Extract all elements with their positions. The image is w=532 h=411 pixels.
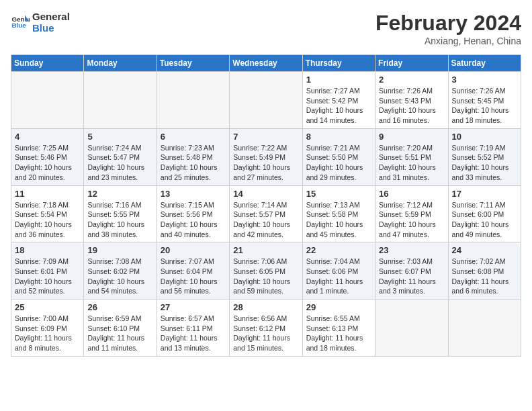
day-info: Sunrise: 7:06 AM Sunset: 6:05 PM Dayligh… xyxy=(233,257,298,296)
weekday-header-saturday: Saturday xyxy=(448,55,521,72)
day-info: Sunrise: 7:24 AM Sunset: 5:47 PM Dayligh… xyxy=(87,143,152,183)
calendar-cell: 21Sunrise: 7:06 AM Sunset: 6:05 PM Dayli… xyxy=(230,242,302,300)
title-area: February 2024 Anxiang, Henan, China xyxy=(375,11,521,46)
day-info: Sunrise: 7:03 AM Sunset: 6:07 PM Dayligh… xyxy=(379,257,444,296)
day-number: 4 xyxy=(15,132,80,142)
calendar-cell: 8Sunrise: 7:21 AM Sunset: 5:50 PM Daylig… xyxy=(302,128,375,185)
calendar-cell: 18Sunrise: 7:09 AM Sunset: 6:01 PM Dayli… xyxy=(11,242,84,300)
day-number: 25 xyxy=(15,302,80,312)
day-info: Sunrise: 7:00 AM Sunset: 6:09 PM Dayligh… xyxy=(15,314,80,353)
day-number: 22 xyxy=(306,245,371,255)
weekday-header-sunday: Sunday xyxy=(11,55,84,72)
calendar-cell xyxy=(375,300,448,357)
day-info: Sunrise: 7:07 AM Sunset: 6:04 PM Dayligh… xyxy=(161,257,226,296)
day-number: 21 xyxy=(233,245,298,255)
calendar-cell: 11Sunrise: 7:18 AM Sunset: 5:54 PM Dayli… xyxy=(11,185,84,242)
logo-icon: General Blue xyxy=(11,13,30,32)
day-info: Sunrise: 7:26 AM Sunset: 5:45 PM Dayligh… xyxy=(452,86,517,126)
day-number: 26 xyxy=(87,302,152,312)
weekday-header-wednesday: Wednesday xyxy=(230,55,302,72)
day-info: Sunrise: 7:11 AM Sunset: 6:00 PM Dayligh… xyxy=(452,200,517,240)
day-number: 6 xyxy=(161,132,226,142)
month-title: February 2024 xyxy=(375,11,521,36)
calendar-cell: 25Sunrise: 7:00 AM Sunset: 6:09 PM Dayli… xyxy=(11,300,84,357)
calendar-cell: 26Sunrise: 6:59 AM Sunset: 6:10 PM Dayli… xyxy=(84,300,157,357)
calendar-cell: 24Sunrise: 7:02 AM Sunset: 6:08 PM Dayli… xyxy=(448,242,521,300)
day-number: 19 xyxy=(87,245,152,255)
day-number: 27 xyxy=(161,302,226,312)
day-number: 10 xyxy=(452,132,517,142)
weekday-header-thursday: Thursday xyxy=(302,55,375,72)
day-info: Sunrise: 7:19 AM Sunset: 5:52 PM Dayligh… xyxy=(452,143,517,183)
day-info: Sunrise: 6:59 AM Sunset: 6:10 PM Dayligh… xyxy=(87,314,152,353)
day-info: Sunrise: 7:23 AM Sunset: 5:48 PM Dayligh… xyxy=(161,143,226,183)
calendar-cell: 7Sunrise: 7:22 AM Sunset: 5:49 PM Daylig… xyxy=(230,128,302,185)
day-number: 2 xyxy=(379,75,444,85)
day-info: Sunrise: 7:08 AM Sunset: 6:02 PM Dayligh… xyxy=(87,257,152,296)
day-info: Sunrise: 7:21 AM Sunset: 5:50 PM Dayligh… xyxy=(306,143,371,183)
day-info: Sunrise: 7:04 AM Sunset: 6:06 PM Dayligh… xyxy=(306,257,371,296)
calendar-cell: 20Sunrise: 7:07 AM Sunset: 6:04 PM Dayli… xyxy=(157,242,229,300)
subtitle: Anxiang, Henan, China xyxy=(375,36,521,46)
day-info: Sunrise: 6:57 AM Sunset: 6:11 PM Dayligh… xyxy=(161,314,226,353)
calendar-cell: 6Sunrise: 7:23 AM Sunset: 5:48 PM Daylig… xyxy=(157,128,229,185)
calendar-cell: 28Sunrise: 6:56 AM Sunset: 6:12 PM Dayli… xyxy=(230,300,302,357)
day-number: 14 xyxy=(233,189,298,199)
calendar-cell: 13Sunrise: 7:15 AM Sunset: 5:56 PM Dayli… xyxy=(157,185,229,242)
calendar-cell xyxy=(448,300,521,357)
calendar-cell: 10Sunrise: 7:19 AM Sunset: 5:52 PM Dayli… xyxy=(448,128,521,185)
calendar-cell: 15Sunrise: 7:13 AM Sunset: 5:58 PM Dayli… xyxy=(302,185,375,242)
day-number: 11 xyxy=(15,189,80,199)
day-info: Sunrise: 7:16 AM Sunset: 5:55 PM Dayligh… xyxy=(87,200,152,240)
logo-line1: General xyxy=(32,11,70,22)
calendar-week-row: 1Sunrise: 7:27 AM Sunset: 5:42 PM Daylig… xyxy=(11,72,521,129)
weekday-header-tuesday: Tuesday xyxy=(157,55,229,72)
logo: General Blue General Blue xyxy=(11,11,70,34)
calendar-cell: 2Sunrise: 7:26 AM Sunset: 5:43 PM Daylig… xyxy=(375,72,448,129)
day-number: 18 xyxy=(15,245,80,255)
day-number: 9 xyxy=(379,132,444,142)
day-number: 15 xyxy=(306,189,371,199)
weekday-header-monday: Monday xyxy=(84,55,157,72)
day-info: Sunrise: 7:15 AM Sunset: 5:56 PM Dayligh… xyxy=(161,200,226,240)
calendar-cell xyxy=(157,72,229,129)
day-info: Sunrise: 7:02 AM Sunset: 6:08 PM Dayligh… xyxy=(452,257,517,296)
day-number: 5 xyxy=(87,132,152,142)
day-info: Sunrise: 7:22 AM Sunset: 5:49 PM Dayligh… xyxy=(233,143,298,183)
calendar-cell: 17Sunrise: 7:11 AM Sunset: 6:00 PM Dayli… xyxy=(448,185,521,242)
calendar-week-row: 11Sunrise: 7:18 AM Sunset: 5:54 PM Dayli… xyxy=(11,185,521,242)
calendar-cell xyxy=(11,72,84,129)
day-info: Sunrise: 7:14 AM Sunset: 5:57 PM Dayligh… xyxy=(233,200,298,240)
day-info: Sunrise: 7:18 AM Sunset: 5:54 PM Dayligh… xyxy=(15,200,80,240)
calendar-week-row: 4Sunrise: 7:25 AM Sunset: 5:46 PM Daylig… xyxy=(11,128,521,185)
day-info: Sunrise: 6:55 AM Sunset: 6:13 PM Dayligh… xyxy=(306,314,371,353)
day-info: Sunrise: 7:12 AM Sunset: 5:59 PM Dayligh… xyxy=(379,200,444,240)
calendar-cell: 19Sunrise: 7:08 AM Sunset: 6:02 PM Dayli… xyxy=(84,242,157,300)
day-number: 23 xyxy=(379,245,444,255)
logo-line2: Blue xyxy=(32,22,70,34)
calendar-table: SundayMondayTuesdayWednesdayThursdayFrid… xyxy=(11,54,521,357)
day-info: Sunrise: 7:20 AM Sunset: 5:51 PM Dayligh… xyxy=(379,143,444,183)
day-number: 8 xyxy=(306,132,371,142)
calendar-cell: 4Sunrise: 7:25 AM Sunset: 5:46 PM Daylig… xyxy=(11,128,84,185)
day-number: 3 xyxy=(452,75,517,85)
day-info: Sunrise: 7:13 AM Sunset: 5:58 PM Dayligh… xyxy=(306,200,371,240)
weekday-header-friday: Friday xyxy=(375,55,448,72)
day-info: Sunrise: 7:25 AM Sunset: 5:46 PM Dayligh… xyxy=(15,143,80,183)
calendar-cell: 12Sunrise: 7:16 AM Sunset: 5:55 PM Dayli… xyxy=(84,185,157,242)
day-number: 1 xyxy=(306,75,371,85)
day-number: 7 xyxy=(233,132,298,142)
calendar-cell: 9Sunrise: 7:20 AM Sunset: 5:51 PM Daylig… xyxy=(375,128,448,185)
day-number: 13 xyxy=(161,189,226,199)
day-number: 17 xyxy=(452,189,517,199)
calendar-week-row: 25Sunrise: 7:00 AM Sunset: 6:09 PM Dayli… xyxy=(11,300,521,357)
day-number: 24 xyxy=(452,245,517,255)
svg-text:Blue: Blue xyxy=(11,21,26,29)
calendar-week-row: 18Sunrise: 7:09 AM Sunset: 6:01 PM Dayli… xyxy=(11,242,521,300)
calendar-cell: 14Sunrise: 7:14 AM Sunset: 5:57 PM Dayli… xyxy=(230,185,302,242)
weekday-header-row: SundayMondayTuesdayWednesdayThursdayFrid… xyxy=(11,55,521,72)
calendar-cell xyxy=(230,72,302,129)
day-info: Sunrise: 7:27 AM Sunset: 5:42 PM Dayligh… xyxy=(306,86,371,126)
calendar-cell: 23Sunrise: 7:03 AM Sunset: 6:07 PM Dayli… xyxy=(375,242,448,300)
day-number: 20 xyxy=(161,245,226,255)
